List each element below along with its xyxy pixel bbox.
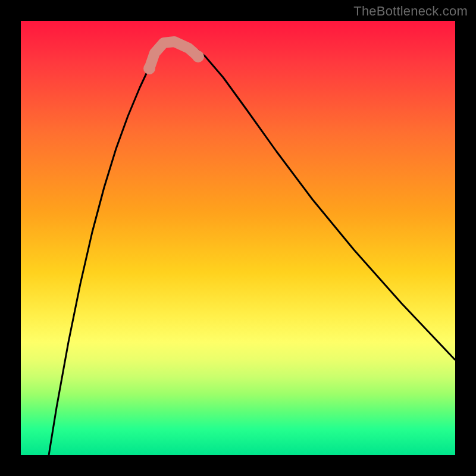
highlight-segment	[149, 42, 198, 68]
dot-right	[192, 51, 204, 62]
chart-svg	[21, 21, 455, 455]
watermark-text: TheBottleneck.com	[353, 4, 468, 19]
bottleneck-curve	[49, 41, 455, 455]
dot-left	[143, 62, 155, 74]
chart-frame: TheBottleneck.com	[0, 0, 476, 476]
plot-area	[21, 21, 455, 455]
series-group	[49, 41, 455, 455]
